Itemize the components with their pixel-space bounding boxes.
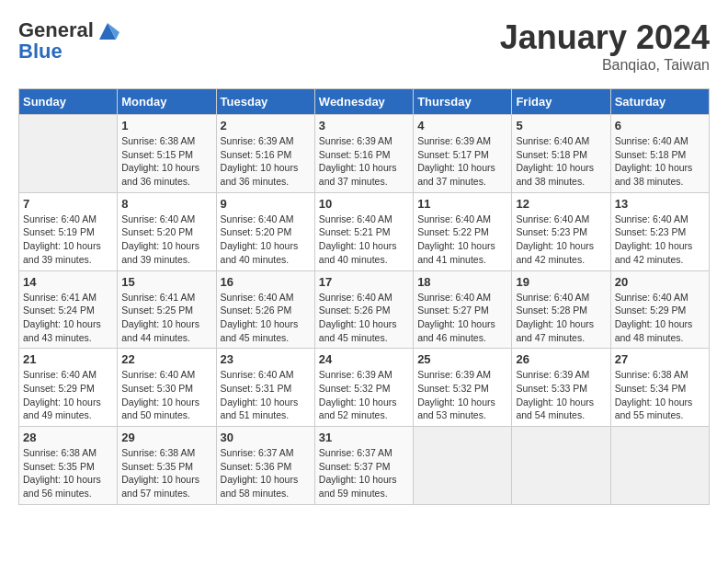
- cell-info: Sunrise: 6:38 AM Sunset: 5:35 PM Dayligh…: [121, 446, 211, 500]
- sunset-label: Sunset: 5:32 PM: [319, 383, 391, 394]
- calendar-cell: 29 Sunrise: 6:38 AM Sunset: 5:35 PM Dayl…: [118, 427, 216, 505]
- daylight-label: Daylight: 10 hours: [221, 396, 299, 408]
- week-row-1: 1 Sunrise: 6:38 AM Sunset: 5:15 PM Dayli…: [19, 115, 710, 193]
- sunset-label: Sunset: 5:24 PM: [23, 304, 95, 316]
- cell-info: Sunrise: 6:39 AM Sunset: 5:32 PM Dayligh…: [417, 368, 507, 422]
- sunset-label: Sunset: 5:30 PM: [121, 383, 193, 394]
- day-number: 19: [516, 275, 606, 289]
- sunrise-label: Sunrise: 6:40 AM: [615, 213, 688, 224]
- daylight-minutes: and 53 minutes.: [417, 409, 486, 420]
- sunset-label: Sunset: 5:18 PM: [615, 149, 687, 160]
- sunrise-label: Sunrise: 6:40 AM: [23, 369, 97, 380]
- daylight-label: Daylight: 10 hours: [615, 240, 693, 251]
- sunset-label: Sunset: 5:31 PM: [221, 383, 292, 394]
- cell-info: Sunrise: 6:40 AM Sunset: 5:27 PM Dayligh…: [417, 291, 507, 345]
- sunrise-label: Sunrise: 6:38 AM: [23, 447, 97, 458]
- daylight-label: Daylight: 10 hours: [417, 318, 495, 329]
- day-number: 17: [319, 275, 409, 289]
- daylight-label: Daylight: 10 hours: [516, 240, 594, 251]
- week-row-4: 21 Sunrise: 6:40 AM Sunset: 5:29 PM Dayl…: [19, 349, 710, 427]
- daylight-label: Daylight: 10 hours: [221, 474, 299, 485]
- day-number: 20: [615, 275, 705, 289]
- week-row-5: 28 Sunrise: 6:38 AM Sunset: 5:35 PM Dayl…: [19, 427, 710, 505]
- cell-info: Sunrise: 6:39 AM Sunset: 5:32 PM Dayligh…: [319, 368, 409, 422]
- daylight-label: Daylight: 10 hours: [319, 240, 397, 251]
- cell-info: Sunrise: 6:41 AM Sunset: 5:25 PM Dayligh…: [121, 291, 211, 345]
- sunrise-label: Sunrise: 6:38 AM: [615, 369, 688, 380]
- daylight-label: Daylight: 10 hours: [121, 240, 199, 251]
- cell-info: Sunrise: 6:38 AM Sunset: 5:34 PM Dayligh…: [615, 368, 705, 422]
- calendar-cell: 12 Sunrise: 6:40 AM Sunset: 5:23 PM Dayl…: [512, 192, 610, 270]
- day-number: 24: [319, 352, 409, 366]
- sunset-label: Sunset: 5:19 PM: [23, 226, 95, 237]
- sunset-label: Sunset: 5:23 PM: [516, 226, 587, 237]
- day-number: 8: [121, 197, 211, 211]
- week-row-2: 7 Sunrise: 6:40 AM Sunset: 5:19 PM Dayli…: [19, 192, 710, 270]
- daylight-label: Daylight: 10 hours: [615, 396, 693, 408]
- daylight-minutes: and 45 minutes.: [319, 332, 388, 343]
- daylight-label: Daylight: 10 hours: [221, 162, 299, 173]
- sunset-label: Sunset: 5:22 PM: [417, 226, 489, 237]
- sunrise-label: Sunrise: 6:37 AM: [221, 447, 294, 458]
- calendar-cell: 1 Sunrise: 6:38 AM Sunset: 5:15 PM Dayli…: [118, 115, 216, 193]
- cell-info: Sunrise: 6:39 AM Sunset: 5:33 PM Dayligh…: [516, 368, 606, 422]
- day-number: 10: [319, 197, 409, 211]
- daylight-label: Daylight: 10 hours: [23, 474, 101, 485]
- calendar-cell: 15 Sunrise: 6:41 AM Sunset: 5:25 PM Dayl…: [118, 270, 216, 349]
- day-number: 28: [23, 431, 113, 444]
- daylight-label: Daylight: 10 hours: [23, 240, 101, 251]
- daylight-minutes: and 37 minutes.: [319, 176, 388, 187]
- daylight-label: Daylight: 10 hours: [121, 396, 199, 408]
- daylight-minutes: and 48 minutes.: [615, 332, 684, 343]
- sunrise-label: Sunrise: 6:40 AM: [319, 213, 392, 224]
- day-number: 5: [516, 119, 606, 132]
- sunset-label: Sunset: 5:18 PM: [516, 149, 587, 160]
- sunrise-label: Sunrise: 6:41 AM: [23, 292, 97, 303]
- daylight-label: Daylight: 10 hours: [23, 396, 101, 408]
- cell-info: Sunrise: 6:40 AM Sunset: 5:29 PM Dayligh…: [615, 291, 705, 345]
- day-number: 25: [417, 352, 507, 366]
- sunset-label: Sunset: 5:35 PM: [121, 461, 193, 472]
- day-number: 1: [121, 119, 211, 132]
- calendar-cell: 9 Sunrise: 6:40 AM Sunset: 5:20 PM Dayli…: [216, 192, 314, 270]
- sunset-label: Sunset: 5:28 PM: [516, 304, 587, 316]
- calendar-cell: 20 Sunrise: 6:40 AM Sunset: 5:29 PM Dayl…: [610, 270, 709, 349]
- sunrise-label: Sunrise: 6:39 AM: [516, 369, 589, 380]
- day-number: 6: [615, 119, 705, 132]
- daylight-minutes: and 38 minutes.: [615, 176, 684, 187]
- cell-info: Sunrise: 6:40 AM Sunset: 5:26 PM Dayligh…: [319, 291, 409, 345]
- weekday-wednesday: Wednesday: [314, 89, 413, 115]
- sunset-label: Sunset: 5:33 PM: [516, 383, 587, 394]
- daylight-label: Daylight: 10 hours: [121, 474, 199, 485]
- logo-icon: [96, 19, 119, 43]
- cell-info: Sunrise: 6:37 AM Sunset: 5:37 PM Dayligh…: [319, 446, 409, 500]
- day-number: 27: [615, 352, 705, 366]
- sunset-label: Sunset: 5:20 PM: [121, 226, 193, 237]
- cell-info: Sunrise: 6:40 AM Sunset: 5:22 PM Dayligh…: [417, 213, 507, 267]
- daylight-label: Daylight: 10 hours: [615, 318, 693, 329]
- cell-info: Sunrise: 6:40 AM Sunset: 5:23 PM Dayligh…: [516, 213, 606, 267]
- daylight-minutes: and 46 minutes.: [417, 332, 486, 343]
- cell-info: Sunrise: 6:39 AM Sunset: 5:16 PM Dayligh…: [319, 134, 409, 189]
- sunrise-label: Sunrise: 6:40 AM: [516, 213, 589, 224]
- daylight-label: Daylight: 10 hours: [319, 396, 397, 408]
- calendar-cell: 14 Sunrise: 6:41 AM Sunset: 5:24 PM Dayl…: [19, 270, 118, 349]
- day-number: 13: [615, 197, 705, 211]
- weekday-header-row: SundayMondayTuesdayWednesdayThursdayFrid…: [19, 89, 710, 115]
- cell-info: Sunrise: 6:38 AM Sunset: 5:15 PM Dayligh…: [121, 134, 211, 189]
- sunrise-label: Sunrise: 6:40 AM: [23, 213, 97, 224]
- daylight-minutes: and 50 minutes.: [121, 409, 190, 420]
- sunrise-label: Sunrise: 6:38 AM: [121, 447, 195, 458]
- logo: General Blue: [18, 18, 119, 63]
- day-number: 23: [221, 352, 311, 366]
- calendar-cell: 28 Sunrise: 6:38 AM Sunset: 5:35 PM Dayl…: [19, 427, 118, 505]
- day-number: 15: [121, 275, 211, 289]
- daylight-minutes: and 52 minutes.: [319, 409, 388, 420]
- day-number: 30: [221, 431, 311, 444]
- sunrise-label: Sunrise: 6:40 AM: [121, 213, 195, 224]
- calendar-cell: 11 Sunrise: 6:40 AM Sunset: 5:22 PM Dayl…: [414, 192, 512, 270]
- day-number: 3: [319, 119, 409, 132]
- sunrise-label: Sunrise: 6:39 AM: [319, 135, 392, 146]
- weekday-sunday: Sunday: [19, 89, 118, 115]
- day-number: 31: [319, 431, 409, 444]
